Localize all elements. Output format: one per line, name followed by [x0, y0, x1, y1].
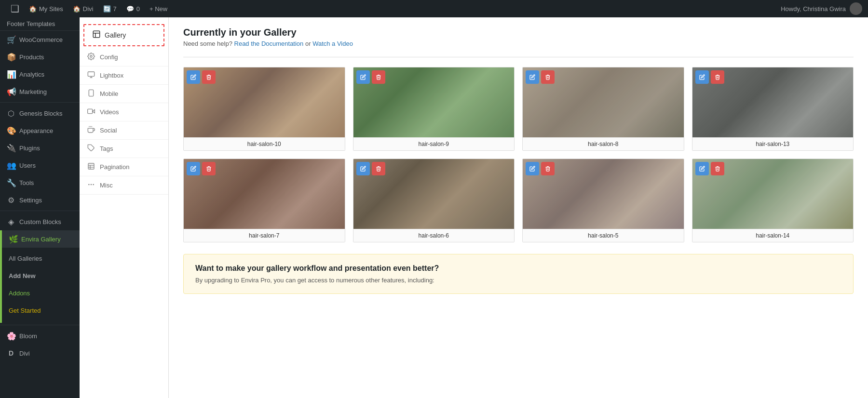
appearance-label: Appearance	[19, 127, 53, 134]
edit-button[interactable]	[526, 162, 539, 175]
sidebar-item-genesis-blocks[interactable]: ⬡ Genesis Blocks	[0, 105, 80, 122]
sidebar-item-bloom[interactable]: 🌸 Bloom	[0, 327, 80, 345]
gallery-divider	[183, 57, 854, 57]
tab-social[interactable]: Social	[80, 121, 168, 140]
user-greeting[interactable]: Howdy, Christina Gwira	[781, 5, 846, 13]
gallery-image	[353, 159, 515, 229]
video-link[interactable]: Watch a Video	[312, 40, 353, 47]
gallery-item-label: hair-salon-7	[184, 229, 345, 242]
tab-videos[interactable]: Videos	[80, 103, 168, 121]
divi-menu-label: Divi	[19, 350, 30, 357]
woocommerce-icon: 🛒	[7, 35, 15, 44]
delete-button[interactable]	[372, 70, 385, 84]
gallery-item-actions	[187, 70, 216, 84]
sidebar-item-divi[interactable]: D Divi	[0, 345, 80, 362]
edit-button[interactable]	[356, 162, 370, 175]
mobile-icon	[87, 89, 96, 98]
edit-button[interactable]	[187, 70, 200, 84]
misc-label: Misc	[100, 182, 113, 189]
tab-mobile[interactable]: Mobile	[80, 85, 168, 103]
delete-button[interactable]	[202, 70, 216, 84]
sidebar-item-analytics[interactable]: 📊 Analytics	[0, 66, 80, 83]
svg-rect-5	[89, 90, 93, 96]
svg-point-18	[93, 184, 94, 185]
sidebar-item-envira-gallery[interactable]: 🌿 Envira Gallery All Galleries Add New A…	[0, 230, 80, 323]
delete-button[interactable]	[202, 162, 216, 175]
gallery-item-label: hair-salon-6	[353, 229, 515, 242]
all-galleries-link[interactable]: All Galleries	[2, 250, 80, 267]
svg-rect-0	[93, 31, 100, 38]
gallery-item: hair-salon-8	[522, 67, 684, 151]
delete-button[interactable]	[711, 162, 724, 175]
gallery-item-actions	[526, 70, 555, 84]
tab-config[interactable]: Config	[80, 48, 168, 66]
promo-box: Want to make your gallery workflow and p…	[183, 254, 854, 294]
new-label: + New	[149, 5, 167, 13]
envira-submenu: All Galleries Add New Addons Get Started	[2, 248, 80, 323]
users-label: Users	[19, 162, 36, 169]
edit-button[interactable]	[695, 70, 709, 84]
custom-blocks-icon: ◈	[7, 217, 15, 226]
edit-button[interactable]	[356, 70, 370, 84]
comments-menu[interactable]: 💬 0	[122, 0, 145, 17]
doc-link[interactable]: Read the Documentation	[234, 40, 304, 47]
tab-tags[interactable]: Tags	[80, 140, 168, 158]
gallery-item-actions	[356, 162, 385, 175]
new-content-menu[interactable]: + New	[145, 0, 172, 17]
gallery-title: Currently in your Gallery	[183, 27, 854, 38]
sidebar-item-marketing[interactable]: 📢 Marketing	[0, 83, 80, 100]
gallery-item: hair-salon-5	[522, 159, 684, 242]
tab-pagination[interactable]: Pagination	[80, 158, 168, 176]
user-avatar	[850, 2, 862, 15]
sidebar-item-custom-blocks[interactable]: ◈ Custom Blocks	[0, 213, 80, 230]
sidebar-item-products[interactable]: 📦 Products	[0, 48, 80, 66]
tab-lightbox[interactable]: Lightbox	[80, 66, 168, 85]
delete-button[interactable]	[372, 162, 385, 175]
social-icon	[87, 126, 96, 135]
plugins-label: Plugins	[19, 145, 40, 152]
get-started-link[interactable]: Get Started	[2, 302, 80, 319]
gallery-image	[523, 159, 684, 229]
custom-blocks-label: Custom Blocks	[19, 218, 61, 226]
users-icon: 👥	[7, 161, 15, 170]
genesis-blocks-label: Genesis Blocks	[19, 110, 63, 117]
gallery-image	[692, 67, 854, 137]
svg-point-17	[91, 184, 91, 185]
comments-icon: 💬	[126, 5, 134, 13]
menu-separator-3	[0, 325, 80, 325]
gallery-item: hair-salon-13	[692, 67, 854, 151]
footer-templates-bar[interactable]: Footer Templates	[0, 17, 80, 31]
add-new-link[interactable]: Add New	[2, 267, 80, 284]
gallery-item-label: hair-salon-5	[523, 229, 684, 242]
sidebar-item-woocommerce[interactable]: 🛒 WooCommerce	[0, 31, 80, 48]
sidebar-item-plugins[interactable]: 🔌 Plugins	[0, 139, 80, 157]
delete-button[interactable]	[541, 162, 555, 175]
gallery-image	[184, 159, 345, 229]
tab-gallery[interactable]: Gallery	[83, 24, 164, 46]
delete-button[interactable]	[541, 70, 555, 84]
pagination-label: Pagination	[100, 163, 129, 171]
my-sites-menu[interactable]: 🏠 My Sites	[24, 0, 68, 17]
updates-menu[interactable]: 🔄 7	[98, 0, 122, 17]
footer-templates-label: Footer Templates	[7, 20, 55, 27]
tab-misc[interactable]: Misc	[80, 176, 168, 195]
gallery-item: hair-salon-14	[692, 159, 854, 242]
mobile-label: Mobile	[100, 90, 118, 97]
divi-menu-icon: D	[7, 349, 15, 357]
edit-button[interactable]	[695, 162, 709, 175]
products-icon: 📦	[7, 53, 15, 62]
wp-logo-icon[interactable]: ❑	[6, 0, 24, 17]
sidebar-item-tools[interactable]: 🔧 Tools	[0, 174, 80, 191]
gallery-item: hair-salon-6	[353, 159, 515, 242]
gallery-item: hair-salon-10	[183, 67, 345, 151]
menu-separator-1	[0, 102, 80, 103]
site-name-menu[interactable]: 🏠 Divi	[68, 0, 98, 17]
addons-link[interactable]: Addons	[2, 284, 80, 302]
envira-tabs-sidebar: Gallery Config	[80, 17, 169, 398]
edit-button[interactable]	[526, 70, 539, 84]
delete-button[interactable]	[711, 70, 724, 84]
edit-button[interactable]	[187, 162, 200, 175]
sidebar-item-users[interactable]: 👥 Users	[0, 157, 80, 174]
sidebar-item-appearance[interactable]: 🎨 Appearance	[0, 122, 80, 139]
sidebar-item-settings[interactable]: ⚙ Settings	[0, 191, 80, 209]
